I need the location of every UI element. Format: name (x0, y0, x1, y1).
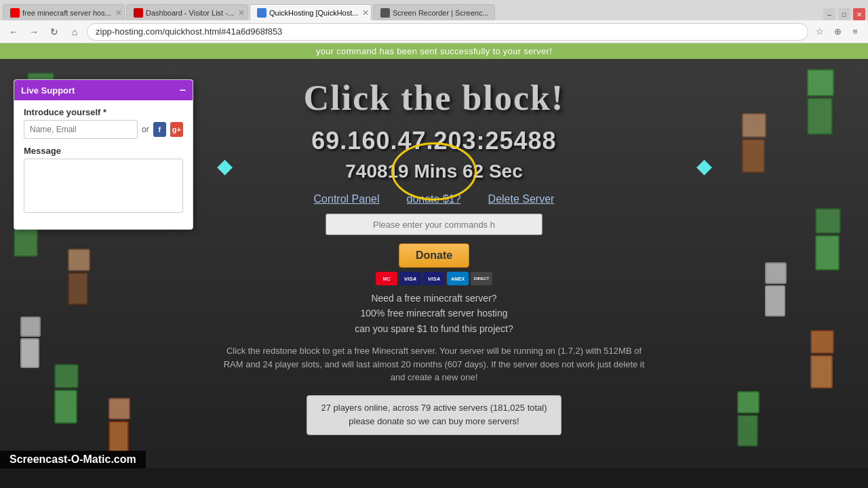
description-text: Click the redstone block to get a free M… (217, 344, 651, 384)
screencast-watermark: Screencast-O-Matic.com (0, 451, 146, 468)
tab-favicon-1 (10, 8, 20, 18)
address-bar[interactable] (87, 23, 808, 41)
tab-label-4: Screen Recorder | Screenc... (393, 9, 489, 17)
reload-button[interactable]: ↻ (46, 24, 62, 40)
watermark-text: Screencast-O-Matic.com (9, 453, 136, 465)
tab-favicon-2 (134, 8, 143, 18)
amex-icon: AMEX (447, 272, 469, 285)
tab-bar: free minecraft server hos... ✕ Dashboard… (0, 0, 868, 20)
payment-icons: MC VISA VISA AMEX DIRECT (376, 272, 492, 285)
tab-close-4[interactable]: ✕ (493, 8, 495, 18)
home-button[interactable]: ⌂ (66, 24, 83, 40)
player-count-line1: 27 players online, across 79 active serv… (321, 401, 547, 415)
donate-section: Donate MC VISA VISA AMEX DIRECT (376, 243, 492, 285)
tab-favicon-4 (380, 8, 390, 18)
live-support-widget: Live Support – Introduce yourself * or f… (14, 79, 193, 230)
mastercard-icon: MC (376, 272, 397, 285)
live-support-title: Live Support (21, 85, 75, 96)
diamond-right-icon: ◆ (696, 154, 712, 178)
back-button[interactable]: ← (5, 24, 22, 40)
tab-close-3[interactable]: ✕ (362, 8, 369, 18)
close-button[interactable]: ✕ (853, 8, 865, 20)
maximize-button[interactable]: □ (838, 8, 850, 20)
donate-link[interactable]: donate $1? (407, 193, 461, 205)
right-characters (678, 59, 868, 468)
server-time-highlight: 740819 Mins 62 Sec (345, 161, 523, 182)
minimize-button[interactable]: – (823, 8, 835, 20)
tab-favicon-3 (257, 8, 267, 18)
message-label: Message (24, 146, 183, 156)
bookmark-icon[interactable]: ☆ (812, 24, 827, 39)
window-controls: – □ ✕ (823, 8, 865, 20)
tab-2[interactable]: Dashboard - Visitor List -... ✕ (126, 4, 248, 20)
page-title: Click the block! (304, 78, 564, 118)
toolbar-icons: ☆ ⊕ ≡ (812, 24, 863, 39)
delete-server-link[interactable]: Delete Server (488, 193, 555, 205)
info-line-2: 100% free minecraft server hosting (355, 306, 513, 321)
browser-toolbar: ← → ↻ ⌂ ☆ ⊕ ≡ (0, 20, 868, 43)
menu-icon[interactable]: ≡ (848, 24, 863, 39)
message-textarea[interactable] (24, 159, 183, 213)
name-email-input[interactable] (24, 120, 138, 139)
visa-icon-1: VISA (399, 272, 421, 285)
command-input[interactable] (326, 214, 542, 235)
donate-button[interactable]: Donate (399, 243, 469, 268)
live-support-body: Introduce yourself * or f g+ Message (14, 100, 193, 229)
visa-icon-2: VISA (423, 272, 445, 285)
tab-close-1[interactable]: ✕ (115, 8, 122, 18)
player-count-line2: please donate so we can buy more servers… (321, 415, 547, 429)
tab-label-3: QuickHosting [QuickHost... (269, 9, 358, 17)
introduce-label: Introduce yourself * (24, 107, 183, 117)
google-plus-icon[interactable]: g+ (170, 122, 183, 137)
tab-label-2: Dashboard - Visitor List -... (146, 9, 234, 17)
control-panel-link[interactable]: Control Panel (314, 193, 380, 205)
tab-close-2[interactable]: ✕ (238, 8, 245, 18)
tab-1[interactable]: free minecraft server hos... ✕ (3, 4, 125, 20)
notification-bar: your command has been sent successfully … (0, 43, 868, 59)
tab-4[interactable]: Screen Recorder | Screenc... ✕ (373, 4, 495, 20)
live-support-minimize[interactable]: – (180, 84, 186, 96)
direct-icon: DIRECT (471, 272, 492, 285)
browser-action-icon[interactable]: ⊕ (830, 24, 845, 39)
browser-chrome: free minecraft server hos... ✕ Dashboard… (0, 0, 868, 43)
facebook-icon[interactable]: f (153, 122, 166, 137)
nav-links: Control Panel donate $1? Delete Server (314, 193, 555, 205)
server-time: 740819 Mins 62 Sec (345, 161, 523, 182)
forward-button[interactable]: → (26, 24, 42, 40)
tab-label-1: free minecraft server hos... (22, 9, 111, 17)
server-ip: 69.160.47.203:25488 (311, 127, 556, 155)
main-content: ◆ ◆ Click the block! 69.160.47.203:25488… (0, 59, 868, 468)
player-count-box: 27 players online, across 79 active serv… (307, 395, 561, 436)
or-text: or (142, 125, 149, 134)
center-panel: 69.160.47.203:25488 740819 Mins 62 Sec C… (217, 127, 651, 435)
notification-text: your command has been sent successfully … (316, 46, 552, 56)
introduce-row: or f g+ (24, 120, 183, 139)
info-line-3: can you spare $1 to fund this project? (355, 321, 513, 336)
live-support-header: Live Support – (14, 80, 193, 100)
info-line-1: Need a free minecraft server? (355, 291, 513, 306)
tab-3[interactable]: QuickHosting [QuickHost... ✕ (250, 4, 372, 20)
info-text: Need a free minecraft server? 100% free … (355, 291, 513, 336)
